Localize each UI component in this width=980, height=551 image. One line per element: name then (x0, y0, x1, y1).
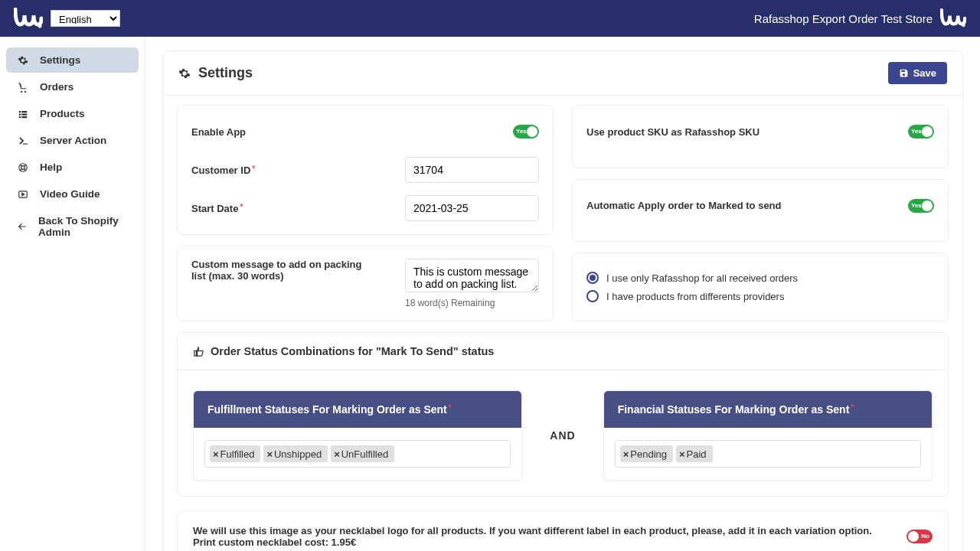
radio-only-rafasshop[interactable]: I use only Rafasshop for all received or… (586, 272, 934, 284)
custom-msg-label: Custom message to add on packing list (m… (191, 259, 368, 282)
logo-right-icon (940, 8, 966, 28)
auto-mark-label: Automatic Apply order to Marked to send (586, 200, 782, 211)
start-date-label: Start Date* (191, 203, 243, 214)
custom-msg-card: Custom message to add on packing list (m… (177, 246, 554, 321)
sku-toggle[interactable]: Yes (908, 125, 934, 139)
video-icon (17, 189, 29, 200)
sku-label: Use product SKU as Rafasshop SKU (586, 126, 760, 138)
terminal-icon (17, 135, 29, 146)
and-label: AND (522, 429, 603, 442)
financial-header: Financial Statuses For Marking Order as … (604, 391, 932, 428)
financial-card: Financial Statuses For Marking Order as … (603, 390, 933, 481)
tag[interactable]: ×Pending (620, 445, 673, 462)
language-select[interactable]: English (51, 10, 120, 27)
save-button[interactable]: Save (888, 62, 947, 84)
thumbs-up-icon (193, 346, 204, 357)
tag[interactable]: ×UnFulfilled (331, 445, 394, 462)
gear-icon (178, 67, 191, 80)
sidebar-item-video-guide[interactable]: Video Guide (6, 181, 139, 207)
necklabel-text: We will use this image as your necklabel… (193, 525, 896, 548)
sidebar-item-settings[interactable]: Settings (6, 47, 139, 73)
svg-point-1 (962, 24, 965, 27)
svg-point-3 (21, 165, 25, 169)
sidebar-item-server-action[interactable]: Server Action (6, 128, 139, 153)
customer-id-input[interactable] (405, 157, 539, 183)
svg-point-0 (38, 24, 42, 28)
fulfillment-card: Fulfillment Statuses For Marking Order a… (193, 390, 522, 481)
list-icon (17, 109, 29, 119)
radio-icon (586, 290, 599, 302)
sidebar-item-label: Settings (40, 54, 80, 66)
remove-icon[interactable]: × (266, 448, 273, 460)
radio-icon (586, 272, 599, 284)
store-name: Rafasshop Export Order Test Store (754, 12, 933, 25)
sidebar-item-label: Server Action (40, 135, 106, 146)
arrow-left-icon (17, 221, 28, 232)
tag[interactable]: ×Unshipped (263, 445, 328, 462)
status-section-title: Order Status Combinations for "Mark To S… (178, 333, 948, 370)
necklabel-toggle[interactable]: No (906, 530, 933, 543)
top-bar: English Rafasshop Export Order Test Stor… (0, 0, 980, 37)
main-content: Settings Save Enable App Yes Custome (145, 37, 980, 551)
sidebar-item-label: Back To Shopify Admin (38, 215, 128, 238)
sidebar-item-label: Products (40, 108, 85, 119)
sidebar-item-back[interactable]: Back To Shopify Admin (6, 208, 139, 245)
logo-icon (14, 8, 43, 29)
sidebar-item-orders[interactable]: Orders (6, 74, 139, 99)
tag[interactable]: ×Fulfilled (210, 445, 260, 462)
settings-panel: Settings Save Enable App Yes Custome (162, 51, 963, 551)
sku-card: Use product SKU as Rafasshop SKU Yes (572, 105, 949, 168)
radio-multi-providers[interactable]: I have products from differents provider… (586, 290, 934, 302)
status-panel: Order Status Combinations for "Mark To S… (177, 332, 949, 497)
tag[interactable]: ×Paid (676, 445, 713, 462)
custom-msg-textarea[interactable]: This is custom message to add on packing… (405, 259, 539, 292)
sidebar-item-products[interactable]: Products (6, 101, 139, 126)
remove-icon[interactable]: × (679, 448, 685, 460)
lifebuoy-icon (17, 162, 29, 173)
sidebar-item-label: Orders (40, 81, 74, 93)
enable-app-toggle[interactable]: Yes (513, 125, 539, 139)
fulfillment-tags-input[interactable]: ×Fulfilled ×Unshipped ×UnFulfilled (204, 440, 511, 468)
provider-card: I use only Rafasshop for all received or… (572, 253, 949, 321)
auto-mark-toggle[interactable]: Yes (908, 199, 934, 213)
auto-mark-card: Automatic Apply order to Marked to send … (572, 179, 949, 243)
page-title: Settings (178, 65, 253, 81)
gear-icon (17, 55, 29, 66)
sidebar-item-help[interactable]: Help (6, 155, 139, 180)
sidebar-item-label: Help (40, 161, 62, 173)
words-remaining: 18 word(s) Remaining (405, 298, 539, 308)
sidebar-item-label: Video Guide (40, 188, 100, 200)
necklabel-panel: We will use this image as your necklabel… (177, 510, 949, 551)
enable-app-label: Enable App (191, 126, 246, 138)
remove-icon[interactable]: × (213, 448, 219, 460)
fulfillment-header: Fulfillment Statuses For Marking Order a… (194, 391, 521, 428)
app-card: Enable App Yes Customer ID* Start Date* (177, 105, 554, 235)
cart-icon (17, 82, 29, 93)
remove-icon[interactable]: × (334, 448, 340, 460)
financial-tags-input[interactable]: ×Pending ×Paid (615, 440, 921, 468)
customer-id-label: Customer ID* (191, 165, 255, 176)
save-icon (899, 68, 909, 78)
remove-icon[interactable]: × (623, 448, 629, 460)
start-date-input[interactable] (405, 195, 539, 221)
sidebar: Settings Orders Products Server Action H… (0, 37, 145, 551)
